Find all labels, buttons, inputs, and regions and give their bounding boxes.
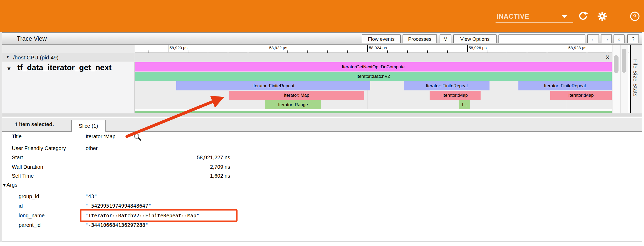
detail-value: 1,602 ns xyxy=(85,172,230,179)
thread-name: tf_data_iterator_get_next xyxy=(17,63,111,72)
trace-slice[interactable]: Iterator::FiniteRepeat xyxy=(404,81,489,90)
detail-label-start: Start xyxy=(12,154,23,161)
selection-status: 1 item selected. xyxy=(15,118,54,131)
process-expander-icon[interactable]: ▾ xyxy=(7,54,9,60)
vertical-scrollbar-track[interactable] xyxy=(612,45,620,113)
trace-slice[interactable]: Iterator::Map xyxy=(229,91,364,100)
arg-key-parent_id: parent_id xyxy=(19,222,40,228)
run-selector-dropdown[interactable]: INACTIVE xyxy=(497,13,529,20)
arg-value-parent_id: "-344106684136297288" xyxy=(85,222,148,228)
help-button[interactable]: ? xyxy=(627,34,639,43)
arg-value-group_id: "43" xyxy=(85,193,97,200)
vertical-scrollbar-thumb[interactable] xyxy=(622,49,626,73)
svg-text:?: ? xyxy=(633,13,636,20)
trace-search-input[interactable] xyxy=(498,34,585,43)
gear-icon[interactable] xyxy=(597,11,607,22)
chevron-down-icon[interactable] xyxy=(562,15,567,18)
args-expander-icon[interactable]: ▼ xyxy=(2,183,7,188)
toolbar-button-m[interactable]: M xyxy=(440,34,451,43)
detail-value: 2,709 ns xyxy=(85,163,230,170)
dropdown-underline xyxy=(496,22,573,23)
ruler-tick-label: 58,926 µs xyxy=(467,45,487,52)
window-left-margin xyxy=(0,32,2,242)
toolbar-button-view-options[interactable]: View Options xyxy=(453,34,497,43)
detail-value: Iterator::Map xyxy=(86,133,115,140)
process-name: /host:CPU (pid 49) xyxy=(13,53,59,62)
panel-divider xyxy=(135,45,135,113)
process-track-header xyxy=(2,53,612,62)
search-icon[interactable] xyxy=(133,133,142,141)
trace-slice[interactable]: Iterator::Map xyxy=(550,91,612,100)
ruler-left-gutter xyxy=(2,45,135,53)
app-header: INACTIVE ? xyxy=(0,0,644,32)
arg-value-long_name: "Iterator::BatchV2::FiniteRepeat::Map" xyxy=(85,212,199,219)
trace-slice[interactable]: Iterator::FiniteRepeat xyxy=(518,81,612,90)
trace-viewer-app: INACTIVE ? xyxy=(0,0,644,246)
detail-label-user-friendly-category: User Friendly Category xyxy=(12,145,66,152)
trace-slice[interactable]: IteratorGetNextOp::DoCompute xyxy=(135,62,612,71)
trace-slice[interactable]: Iterator::FiniteRepeat xyxy=(176,81,370,90)
detail-label-self-time: Self Time xyxy=(12,172,34,179)
arrow-left-button[interactable]: ← xyxy=(587,34,599,43)
detail-label-title: Title xyxy=(12,133,22,140)
track-gap xyxy=(135,109,612,111)
toolbar-button-processes[interactable]: Processes xyxy=(403,34,437,43)
toolbar-button-flow-events[interactable]: Flow events xyxy=(362,34,401,43)
trace-slice[interactable]: Iterator::BatchV2 xyxy=(135,72,612,81)
arg-value-id: "-5429951974994848647" xyxy=(85,202,151,209)
ruler-tick-label: 58,924 µs xyxy=(367,45,387,52)
arrow-right-button[interactable]: → xyxy=(601,34,612,43)
trace-slice[interactable]: Iterator::Range xyxy=(265,100,321,109)
file-size-stats-label: File Size Stats xyxy=(632,59,638,97)
collapsed-thread-strip xyxy=(135,111,612,113)
trace-slice[interactable]: I... xyxy=(459,100,470,109)
arg-key-long_name: long_name xyxy=(19,212,45,219)
ruler-tick-label: 58,922 µs xyxy=(268,45,287,52)
help-icon[interactable]: ? xyxy=(630,11,640,22)
tab-slice[interactable]: Slice (1) xyxy=(71,120,106,132)
arg-key-group_id: group_id xyxy=(19,193,39,200)
chevrons-button[interactable]: » xyxy=(614,34,625,43)
vertical-scrollbar-thumb[interactable] xyxy=(614,55,619,73)
detail-label-wall-duration: Wall Duration xyxy=(12,163,43,170)
refresh-icon[interactable] xyxy=(578,11,588,21)
horizontal-scrollbar[interactable] xyxy=(2,113,642,117)
args-section-header[interactable]: ▼Args xyxy=(2,181,17,188)
trace-slice[interactable]: Iterator::Map xyxy=(430,91,481,100)
detail-value: 58,921,227 ns xyxy=(85,154,230,161)
thread-expander-icon[interactable]: ▾ xyxy=(7,65,11,72)
detail-value: other xyxy=(86,145,98,152)
arg-key-id: id xyxy=(19,202,23,209)
panel-title: Trace View xyxy=(17,33,47,45)
ruler-tick-label: 58,920 µs xyxy=(168,45,187,52)
ruler-tick-label: 58,928 µs xyxy=(567,45,586,52)
args-label: Args xyxy=(7,182,17,188)
close-track-button[interactable]: X xyxy=(603,53,612,62)
